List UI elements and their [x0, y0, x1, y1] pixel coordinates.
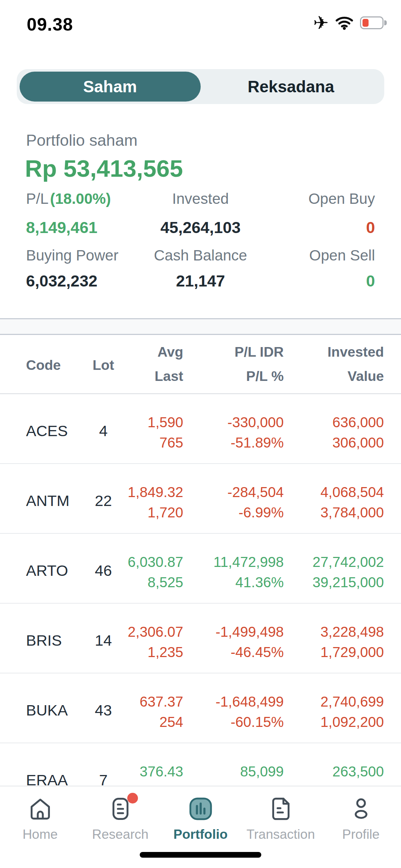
tab-reksadana[interactable]: Reksadana: [201, 72, 382, 102]
portfolio-icon: [187, 796, 214, 822]
holding-row[interactable]: BUKA 43 637.37 254 -1,648,499 -60.15% 2,…: [0, 673, 401, 743]
header-pl-idr: P/L IDR: [183, 344, 284, 360]
current-value: 3,784,000: [284, 505, 384, 520]
holding-row[interactable]: BRIS 14 2,306.07 1,235 -1,499,498 -46.45…: [0, 604, 401, 673]
profile-icon: [348, 796, 374, 822]
avg-price: 1,590: [121, 415, 183, 429]
header-invested: Invested: [284, 344, 384, 360]
section-divider-strip: [0, 318, 401, 335]
holding-row[interactable]: ACES 4 1,590 765 -330,000 -51.89% 636,00…: [0, 394, 401, 464]
pl-percent-value: -60.15%: [183, 715, 284, 729]
holding-row[interactable]: ARTO 46 6,030.87 8,525 11,472,998 41.36%…: [0, 534, 401, 604]
current-value: 306,000: [284, 435, 384, 450]
status-icons: ✈: [313, 14, 387, 32]
open-buy-value: 0: [259, 218, 375, 237]
pl-idr-value: -330,000: [183, 415, 284, 429]
status-bar: 09.38 ✈: [0, 0, 401, 50]
avg-price: 376.43: [121, 764, 183, 779]
account-type-tabs: Saham Reksadana: [17, 69, 384, 104]
stock-code: BUKA: [26, 697, 86, 719]
avg-price: 637.37: [121, 694, 183, 709]
cash-balance-label: Cash Balance: [142, 247, 258, 264]
header-last: Last: [121, 368, 183, 384]
invested-amount: 2,740,699: [284, 694, 384, 709]
avg-price: 6,030.87: [121, 555, 183, 569]
stock-code: BRIS: [26, 627, 86, 649]
battery-icon: [360, 16, 387, 29]
lot-count: 4: [86, 418, 121, 440]
lot-count: 43: [86, 697, 121, 719]
battery-level-low: [363, 19, 369, 27]
pl-idr-value: -284,504: [183, 485, 284, 499]
last-price: 1,235: [121, 645, 183, 659]
current-value: 1,092,200: [284, 715, 384, 729]
last-price: 254: [121, 715, 183, 729]
invested-amount: 636,000: [284, 415, 384, 429]
portfolio-stats: P/L (18.00%) Invested Open Buy 8,149,461…: [0, 190, 401, 290]
current-value: 1,729,000: [284, 645, 384, 659]
portfolio-label: Portfolio saham: [26, 131, 401, 150]
open-buy-label: Open Buy: [259, 190, 375, 211]
cash-balance-value: 21,147: [142, 272, 258, 290]
holdings-table-header: Code Lot Avg Last P/L IDR P/L % Invested…: [0, 335, 401, 394]
avg-price: 1,849.32: [121, 485, 183, 499]
invested-value: 45,264,103: [142, 218, 258, 237]
home-indicator[interactable]: [140, 852, 261, 858]
nav-item-home[interactable]: Home: [0, 786, 80, 868]
lot-count: 14: [86, 627, 121, 649]
invested-amount: 27,742,002: [284, 555, 384, 569]
pl-idr-value: 11,472,998: [183, 555, 284, 569]
pl-value: 8,149,461: [26, 218, 142, 237]
portfolio-screen: 09.38 ✈ Saham Reksadana Portfolio saham …: [0, 0, 401, 868]
last-price: 8,525: [121, 575, 183, 589]
pl-percent-badge: (18.00%): [50, 190, 111, 207]
buying-power-value: 6,032,232: [26, 272, 142, 290]
holding-row[interactable]: ANTM 22 1,849.32 1,720 -284,504 -6.99% 4…: [0, 464, 401, 534]
airplane-mode-icon: ✈: [313, 14, 329, 32]
nav-item-profile[interactable]: Profile: [321, 786, 401, 868]
transaction-icon: [268, 796, 294, 822]
research-icon: [107, 796, 134, 822]
invested-label: Invested: [142, 190, 258, 211]
open-sell-label: Open Sell: [259, 247, 375, 264]
pl-idr-value: -1,499,498: [183, 625, 284, 639]
header-code: Code: [26, 355, 86, 373]
pl-label: P/L (18.00%): [26, 190, 142, 211]
pl-percent-value: -51.89%: [183, 435, 284, 450]
avg-price: 2,306.07: [121, 625, 183, 639]
last-price: 1,720: [121, 505, 183, 520]
notification-badge: [127, 793, 138, 804]
portfolio-total-value: Rp 53,413,565: [25, 155, 401, 182]
pl-percent-value: 41.36%: [183, 575, 284, 589]
header-lot: Lot: [86, 355, 121, 373]
header-pl-pct: P/L %: [183, 368, 284, 384]
invested-amount: 4,068,504: [284, 485, 384, 499]
last-price: 765: [121, 435, 183, 450]
lot-count: 46: [86, 558, 121, 579]
portfolio-summary: Portfolio saham Rp 53,413,565 P/L (18.00…: [0, 131, 401, 290]
stock-code: ACES: [26, 418, 86, 440]
pl-idr-value: -1,648,499: [183, 694, 284, 709]
pl-idr-value: 85,099: [183, 764, 284, 779]
invested-amount: 3,228,498: [284, 625, 384, 639]
stock-code: ANTM: [26, 488, 86, 510]
stock-code: ARTO: [26, 558, 86, 579]
tab-saham[interactable]: Saham: [20, 72, 201, 102]
wifi-icon: [335, 16, 354, 30]
status-time: 09.38: [27, 14, 73, 35]
lot-count: 22: [86, 488, 121, 510]
header-value: Value: [284, 368, 384, 384]
current-value: 39,215,000: [284, 575, 384, 589]
header-avg: Avg: [121, 344, 183, 360]
pl-percent-value: -46.45%: [183, 645, 284, 659]
buying-power-label: Buying Power: [26, 247, 142, 264]
invested-amount: 263,500: [284, 764, 384, 779]
pl-percent-value: -6.99%: [183, 505, 284, 520]
open-sell-value: 0: [259, 272, 375, 290]
home-icon: [27, 796, 53, 822]
